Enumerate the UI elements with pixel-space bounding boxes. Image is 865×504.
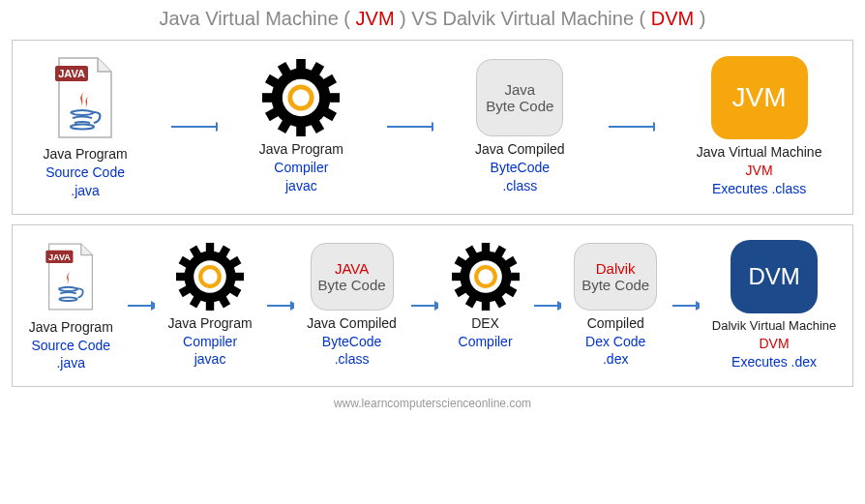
svg-marker-25 — [434, 301, 438, 311]
dvm-step-dalvik-bytecode-caption: Compiled Dex Code .dex — [585, 314, 645, 370]
caption-text: Compiler — [259, 159, 343, 177]
dvm-step-vm-caption: Dalvik Virtual Machine DVM Executes .dex — [712, 317, 836, 371]
caption-text: .class — [307, 350, 397, 369]
caption-text: .dex — [585, 350, 645, 369]
jvm-step-vm: JVM Java Virtual Machine JVM Executes .c… — [697, 56, 822, 198]
jvm-step-bytecode-caption: Java Compiled ByteCode .class — [475, 140, 565, 195]
dvm-step-dex-compiler: DEX Compiler — [452, 243, 520, 370]
dvm-step-dex-caption: DEX Compiler — [459, 314, 513, 370]
box-text: JAVA — [335, 260, 369, 277]
java-file-icon: JAVA — [51, 54, 119, 141]
gear-icon — [262, 59, 340, 136]
arrow-icon — [409, 297, 438, 314]
dvm-step-bytecode: JAVA Byte Code Java Compiled ByteCode .c… — [307, 243, 397, 370]
caption-text: Dalvik Virtual Machine — [712, 317, 836, 335]
svg-text:JAVA: JAVA — [48, 252, 71, 261]
box-text: Java — [504, 81, 535, 98]
dvm-flow-row: JAVA Java Program Source Code .java — [22, 239, 843, 373]
jvm-step-source: JAVA Java Program Source Code .java — [44, 54, 128, 200]
arrow-icon — [169, 117, 218, 136]
caption-text: Compiler — [167, 333, 252, 351]
dvm-step-bytecode-caption: Java Compiled ByteCode .class — [307, 314, 397, 370]
svg-marker-23 — [290, 301, 294, 311]
caption-text: Executes .dex — [712, 353, 836, 371]
caption-text: Java Program — [29, 318, 113, 337]
jvm-step-source-caption: Java Program Source Code .java — [44, 145, 128, 200]
dvm-step-dalvik-bytecode: Dalvik Byte Code Compiled Dex Code .dex — [574, 243, 657, 370]
caption-text: Java Program — [44, 145, 128, 163]
dvm-step-compiler: Java Program Compiler javac — [167, 243, 252, 370]
jvm-box-icon: JVM — [711, 56, 808, 139]
gear-icon — [176, 243, 244, 311]
caption-text: Java Compiled — [475, 140, 565, 159]
jvm-step-compiler-caption: Java Program Compiler javac — [259, 140, 343, 195]
svg-marker-31 — [557, 301, 561, 311]
caption-text: Java Virtual Machine — [697, 143, 822, 162]
caption-text: Source Code — [29, 337, 113, 355]
caption-text: Dex Code — [585, 333, 645, 351]
caption-text: javac — [167, 350, 252, 369]
box-text: Byte Code — [582, 277, 649, 293]
arrow-icon — [265, 297, 294, 314]
svg-marker-17 — [151, 301, 155, 311]
title-part3: ) — [694, 8, 705, 29]
caption-text: javac — [259, 177, 343, 195]
bytecode-box-icon: Java Byte Code — [476, 59, 563, 136]
caption-text: Source Code — [44, 163, 128, 182]
jvm-step-compiler: Java Program Compiler javac — [259, 59, 343, 195]
caption-text: Executes .class — [697, 180, 822, 198]
caption-text: Java Program — [259, 140, 343, 159]
caption-text: Compiled — [585, 314, 645, 333]
title-part2: ) VS Dalvik Virtual Machine ( — [395, 8, 651, 29]
arrow-icon — [607, 117, 655, 136]
box-text: Byte Code — [318, 277, 386, 293]
title-jvm: JVM — [356, 8, 395, 29]
arrow-icon — [385, 117, 433, 136]
arrow-icon — [671, 297, 700, 314]
dvm-step-source-caption: Java Program Source Code .java — [29, 318, 113, 373]
title-dvm: DVM — [651, 8, 694, 29]
dvm-step-vm: DVM Dalvik Virtual Machine DVM Executes … — [712, 240, 836, 371]
caption-text: .java — [44, 182, 128, 200]
caption-spacer — [459, 350, 513, 369]
caption-text: Java Compiled — [307, 314, 397, 333]
caption-text: .class — [475, 177, 565, 195]
jvm-step-bytecode: Java Byte Code Java Compiled ByteCode .c… — [475, 59, 565, 195]
dvm-panel: JAVA Java Program Source Code .java — [12, 224, 853, 388]
caption-text: JVM — [697, 162, 822, 180]
bytecode-box-icon: Dalvik Byte Code — [574, 243, 657, 311]
arrow-icon — [532, 297, 561, 314]
svg-marker-10 — [432, 122, 433, 132]
caption-text: DVM — [712, 335, 836, 353]
caption-text: DEX — [459, 314, 513, 333]
caption-text: ByteCode — [475, 159, 565, 177]
svg-marker-4 — [216, 122, 218, 132]
svg-marker-33 — [696, 301, 700, 311]
svg-marker-12 — [653, 122, 655, 132]
caption-text: Compiler — [459, 333, 513, 351]
java-file-icon: JAVA — [43, 239, 99, 314]
title-part1: Java Virtual Machine ( — [159, 8, 355, 29]
box-text: DVM — [748, 263, 799, 290]
jvm-flow-row: JAVA Java Program Source Code .java — [22, 54, 843, 200]
svg-text:JAVA: JAVA — [58, 68, 85, 79]
caption-text: ByteCode — [307, 333, 397, 351]
box-text: Byte Code — [486, 98, 553, 114]
dvm-step-compiler-caption: Java Program Compiler javac — [167, 314, 252, 370]
footer-url: www.learncomputerscienceonline.com — [12, 397, 853, 410]
caption-text: .java — [29, 354, 113, 372]
dvm-step-source: JAVA Java Program Source Code .java — [29, 239, 113, 373]
bytecode-box-icon: JAVA Byte Code — [311, 243, 394, 311]
diagram-title: Java Virtual Machine ( JVM ) VS Dalvik V… — [12, 8, 853, 30]
box-text: JVM — [732, 82, 787, 113]
box-text: Dalvik — [596, 260, 636, 277]
caption-text: Java Program — [167, 314, 252, 333]
dvm-box-icon: DVM — [731, 240, 818, 313]
jvm-panel: JAVA Java Program Source Code .java — [12, 40, 853, 215]
arrow-icon — [126, 297, 155, 314]
gear-icon — [452, 243, 520, 311]
jvm-step-vm-caption: Java Virtual Machine JVM Executes .class — [697, 143, 822, 198]
